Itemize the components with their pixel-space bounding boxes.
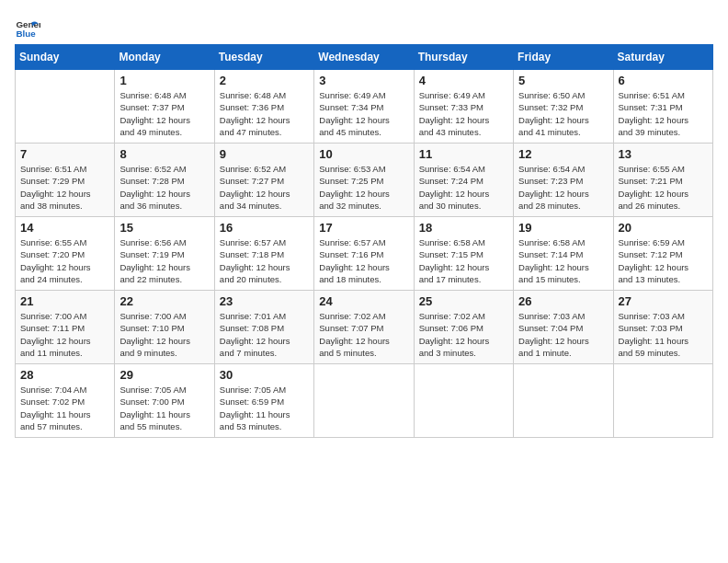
- day-info: Sunrise: 6:49 AM Sunset: 7:33 PM Dayligh…: [419, 89, 508, 138]
- page-header: General Blue: [15, 15, 713, 40]
- day-info: Sunrise: 6:57 AM Sunset: 7:18 PM Dayligh…: [220, 236, 309, 285]
- calendar-body: 1Sunrise: 6:48 AM Sunset: 7:37 PM Daylig…: [16, 70, 713, 438]
- day-number: 30: [220, 368, 309, 382]
- calendar-table: SundayMondayTuesdayWednesdayThursdayFrid…: [15, 44, 713, 438]
- calendar-cell: [314, 364, 414, 438]
- calendar-cell: 11Sunrise: 6:54 AM Sunset: 7:24 PM Dayli…: [414, 144, 513, 217]
- day-info: Sunrise: 6:48 AM Sunset: 7:37 PM Dayligh…: [119, 89, 209, 138]
- day-number: 27: [619, 294, 708, 308]
- calendar-cell: 8Sunrise: 6:52 AM Sunset: 7:28 PM Daylig…: [115, 144, 214, 217]
- day-info: Sunrise: 6:51 AM Sunset: 7:31 PM Dayligh…: [619, 89, 708, 138]
- day-number: 11: [419, 147, 508, 161]
- day-info: Sunrise: 6:52 AM Sunset: 7:27 PM Dayligh…: [220, 163, 309, 212]
- svg-text:Blue: Blue: [16, 29, 36, 39]
- day-number: 22: [119, 294, 209, 308]
- calendar-cell: 30Sunrise: 7:05 AM Sunset: 6:59 PM Dayli…: [214, 364, 313, 438]
- calendar-cell: 10Sunrise: 6:53 AM Sunset: 7:25 PM Dayli…: [314, 144, 414, 217]
- calendar-cell: 17Sunrise: 6:57 AM Sunset: 7:16 PM Dayli…: [314, 217, 414, 291]
- calendar-cell: 22Sunrise: 7:00 AM Sunset: 7:10 PM Dayli…: [115, 291, 214, 364]
- calendar-cell: 23Sunrise: 7:01 AM Sunset: 7:08 PM Dayli…: [214, 291, 313, 364]
- day-number: 15: [119, 221, 209, 235]
- calendar-cell: 25Sunrise: 7:02 AM Sunset: 7:06 PM Dayli…: [414, 291, 513, 364]
- day-info: Sunrise: 6:56 AM Sunset: 7:19 PM Dayligh…: [119, 236, 209, 285]
- weekday-header-friday: Friday: [514, 45, 613, 70]
- day-info: Sunrise: 6:49 AM Sunset: 7:34 PM Dayligh…: [319, 89, 408, 138]
- day-info: Sunrise: 7:02 AM Sunset: 7:06 PM Dayligh…: [419, 310, 508, 359]
- weekday-header-wednesday: Wednesday: [314, 45, 414, 70]
- day-number: 14: [20, 221, 109, 235]
- day-info: Sunrise: 6:59 AM Sunset: 7:12 PM Dayligh…: [619, 236, 708, 285]
- calendar-cell: [613, 364, 712, 438]
- day-info: Sunrise: 6:55 AM Sunset: 7:20 PM Dayligh…: [20, 236, 109, 285]
- day-info: Sunrise: 6:54 AM Sunset: 7:23 PM Dayligh…: [518, 163, 608, 212]
- weekday-header-row: SundayMondayTuesdayWednesdayThursdayFrid…: [16, 45, 713, 70]
- day-info: Sunrise: 6:58 AM Sunset: 7:14 PM Dayligh…: [518, 236, 608, 285]
- calendar-cell: 24Sunrise: 7:02 AM Sunset: 7:07 PM Dayli…: [314, 291, 414, 364]
- day-number: 16: [220, 221, 309, 235]
- day-info: Sunrise: 6:58 AM Sunset: 7:15 PM Dayligh…: [419, 236, 508, 285]
- day-info: Sunrise: 7:03 AM Sunset: 7:04 PM Dayligh…: [518, 310, 608, 359]
- day-number: 4: [419, 74, 508, 87]
- day-number: 18: [419, 221, 508, 235]
- calendar-cell: 20Sunrise: 6:59 AM Sunset: 7:12 PM Dayli…: [613, 217, 712, 291]
- day-number: 3: [319, 74, 408, 87]
- calendar-cell: 27Sunrise: 7:03 AM Sunset: 7:03 PM Dayli…: [613, 291, 712, 364]
- day-info: Sunrise: 7:00 AM Sunset: 7:11 PM Dayligh…: [20, 310, 109, 359]
- calendar-week-row: 14Sunrise: 6:55 AM Sunset: 7:20 PM Dayli…: [16, 217, 713, 291]
- day-number: 6: [619, 74, 708, 87]
- calendar-cell: [514, 364, 613, 438]
- calendar-cell: 9Sunrise: 6:52 AM Sunset: 7:27 PM Daylig…: [214, 144, 313, 217]
- calendar-cell: 2Sunrise: 6:48 AM Sunset: 7:36 PM Daylig…: [214, 70, 313, 144]
- calendar-cell: 14Sunrise: 6:55 AM Sunset: 7:20 PM Dayli…: [16, 217, 115, 291]
- day-number: 8: [119, 147, 209, 161]
- day-number: 12: [518, 147, 608, 161]
- calendar-header: SundayMondayTuesdayWednesdayThursdayFrid…: [16, 45, 713, 70]
- weekday-header-sunday: Sunday: [16, 45, 115, 70]
- calendar-cell: 21Sunrise: 7:00 AM Sunset: 7:11 PM Dayli…: [16, 291, 115, 364]
- day-number: 23: [220, 294, 309, 308]
- calendar-cell: 28Sunrise: 7:04 AM Sunset: 7:02 PM Dayli…: [16, 364, 115, 438]
- day-number: 28: [20, 368, 109, 382]
- day-number: 9: [220, 147, 309, 161]
- day-number: 20: [619, 221, 708, 235]
- calendar-cell: 16Sunrise: 6:57 AM Sunset: 7:18 PM Dayli…: [214, 217, 313, 291]
- calendar-week-row: 1Sunrise: 6:48 AM Sunset: 7:37 PM Daylig…: [16, 70, 713, 144]
- calendar-cell: 18Sunrise: 6:58 AM Sunset: 7:15 PM Dayli…: [414, 217, 513, 291]
- day-info: Sunrise: 7:01 AM Sunset: 7:08 PM Dayligh…: [220, 310, 309, 359]
- calendar-cell: [414, 364, 513, 438]
- day-info: Sunrise: 6:55 AM Sunset: 7:21 PM Dayligh…: [619, 163, 708, 212]
- day-info: Sunrise: 6:50 AM Sunset: 7:32 PM Dayligh…: [518, 89, 608, 138]
- day-info: Sunrise: 6:57 AM Sunset: 7:16 PM Dayligh…: [319, 236, 408, 285]
- day-info: Sunrise: 7:05 AM Sunset: 6:59 PM Dayligh…: [220, 384, 309, 432]
- day-info: Sunrise: 6:48 AM Sunset: 7:36 PM Dayligh…: [220, 89, 309, 138]
- calendar-cell: 13Sunrise: 6:55 AM Sunset: 7:21 PM Dayli…: [613, 144, 712, 217]
- calendar-cell: 26Sunrise: 7:03 AM Sunset: 7:04 PM Dayli…: [514, 291, 613, 364]
- calendar-week-row: 21Sunrise: 7:00 AM Sunset: 7:11 PM Dayli…: [16, 291, 713, 364]
- calendar-cell: 1Sunrise: 6:48 AM Sunset: 7:37 PM Daylig…: [115, 70, 214, 144]
- weekday-header-monday: Monday: [115, 45, 214, 70]
- calendar-cell: 4Sunrise: 6:49 AM Sunset: 7:33 PM Daylig…: [414, 70, 513, 144]
- weekday-header-tuesday: Tuesday: [214, 45, 313, 70]
- logo-icon: General Blue: [15, 15, 40, 40]
- day-number: 24: [319, 294, 408, 308]
- weekday-header-thursday: Thursday: [414, 45, 513, 70]
- calendar-cell: 5Sunrise: 6:50 AM Sunset: 7:32 PM Daylig…: [514, 70, 613, 144]
- calendar-week-row: 28Sunrise: 7:04 AM Sunset: 7:02 PM Dayli…: [16, 364, 713, 438]
- calendar-week-row: 7Sunrise: 6:51 AM Sunset: 7:29 PM Daylig…: [16, 144, 713, 217]
- day-info: Sunrise: 6:53 AM Sunset: 7:25 PM Dayligh…: [319, 163, 408, 212]
- day-info: Sunrise: 6:51 AM Sunset: 7:29 PM Dayligh…: [20, 163, 109, 212]
- calendar-cell: 3Sunrise: 6:49 AM Sunset: 7:34 PM Daylig…: [314, 70, 414, 144]
- logo: General Blue: [15, 15, 44, 40]
- day-number: 10: [319, 147, 408, 161]
- day-number: 2: [220, 74, 309, 87]
- calendar-cell: 15Sunrise: 6:56 AM Sunset: 7:19 PM Dayli…: [115, 217, 214, 291]
- day-info: Sunrise: 6:54 AM Sunset: 7:24 PM Dayligh…: [419, 163, 508, 212]
- calendar-cell: 7Sunrise: 6:51 AM Sunset: 7:29 PM Daylig…: [16, 144, 115, 217]
- day-number: 7: [20, 147, 109, 161]
- calendar-cell: 6Sunrise: 6:51 AM Sunset: 7:31 PM Daylig…: [613, 70, 712, 144]
- day-info: Sunrise: 7:00 AM Sunset: 7:10 PM Dayligh…: [119, 310, 209, 359]
- day-number: 25: [419, 294, 508, 308]
- day-info: Sunrise: 7:05 AM Sunset: 7:00 PM Dayligh…: [119, 384, 209, 432]
- day-number: 17: [319, 221, 408, 235]
- day-number: 21: [20, 294, 109, 308]
